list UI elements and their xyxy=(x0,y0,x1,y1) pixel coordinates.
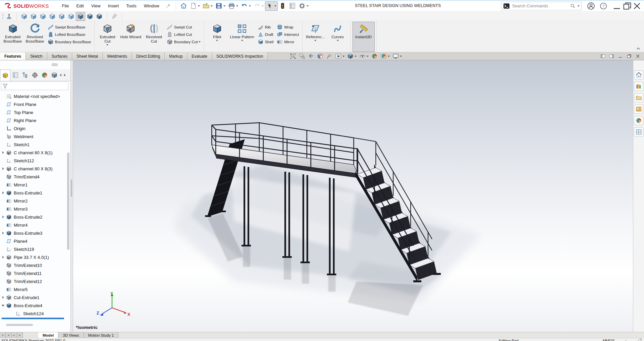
dropdown-caret-icon[interactable] xyxy=(337,40,339,41)
model-3d-view[interactable] xyxy=(73,60,633,332)
dropdown-caret-icon[interactable] xyxy=(236,5,238,7)
dropdown-caret-icon[interactable] xyxy=(400,56,402,57)
tree-item[interactable]: Sketch112 xyxy=(0,157,66,165)
panel-tab-featuremanager[interactable] xyxy=(0,69,10,81)
taskpane-design-library-button[interactable] xyxy=(634,82,643,91)
tree-item[interactable]: Trim/Extend4 xyxy=(0,173,66,181)
view-back-button[interactable] xyxy=(29,12,38,21)
dropdown-caret-icon[interactable] xyxy=(342,56,344,57)
tab-model[interactable]: Model xyxy=(38,332,58,338)
boundary-boss-base-button[interactable]: Boundary Boss/Base xyxy=(46,38,93,46)
tree-item[interactable]: Boss-Extrude2 xyxy=(0,213,66,221)
swept-cut-button[interactable]: Swept Cut xyxy=(165,23,202,31)
tree-item[interactable]: Weldment xyxy=(0,132,66,140)
tab-direct-editing[interactable]: Direct Editing xyxy=(132,52,165,60)
menu-insert[interactable]: Insert xyxy=(104,0,123,11)
expand-icon[interactable] xyxy=(0,232,6,234)
graphics-area[interactable]: *Isometric Y X Z xyxy=(73,60,633,332)
rollback-bar[interactable] xyxy=(2,318,64,319)
tree-item[interactable]: Pipe 33.7 X 4.0(1) xyxy=(0,253,66,261)
tree-item[interactable]: Origin xyxy=(0,124,66,132)
tree-item[interactable]: Trim/Extend12 xyxy=(0,277,66,285)
tree-item[interactable]: Top Plane xyxy=(0,108,66,116)
menu-window[interactable]: Window xyxy=(140,0,163,11)
nav-last-button[interactable]: ▸ xyxy=(17,332,23,338)
dropdown-caret-icon[interactable] xyxy=(249,5,251,7)
search-icon[interactable] xyxy=(570,3,576,9)
select-button[interactable] xyxy=(265,1,278,11)
pin-icon[interactable] xyxy=(165,3,171,9)
tree-item[interactable]: Trim/Extend10 xyxy=(0,261,66,269)
tab-weldments[interactable]: Weldments xyxy=(103,52,132,60)
curves-button[interactable]: Curves xyxy=(327,22,349,52)
dropdown-caret-icon[interactable] xyxy=(307,5,309,7)
scroll-right-icon[interactable] xyxy=(64,74,66,76)
menu-tools[interactable]: Tools xyxy=(122,0,140,11)
tree-item[interactable]: Sketch119 xyxy=(0,245,66,253)
print-button[interactable] xyxy=(227,1,239,11)
taskpane-appearances-scenes-button[interactable] xyxy=(634,116,643,125)
dropdown-caret-icon[interactable] xyxy=(388,56,390,57)
pane-left-button[interactable] xyxy=(598,53,607,60)
tree-item[interactable]: Mirror2 xyxy=(0,197,66,205)
dropdown-caret-icon[interactable] xyxy=(198,5,200,7)
hide-show-items-button[interactable] xyxy=(358,52,370,60)
draft-button[interactable]: Draft xyxy=(256,31,275,38)
nav-first-button[interactable]: ◂ xyxy=(0,332,6,338)
tree-item[interactable]: Mirror4 xyxy=(0,221,66,229)
normal-to-button[interactable] xyxy=(4,12,14,21)
apply-scene-button[interactable] xyxy=(379,52,391,60)
taskpane-view-palette-button[interactable] xyxy=(634,105,643,114)
display-report-button[interactable] xyxy=(287,1,297,11)
dropdown-caret-icon[interactable] xyxy=(216,40,218,41)
account-icon[interactable] xyxy=(587,2,595,10)
win-close-button[interactable] xyxy=(633,53,642,60)
section-view-button[interactable] xyxy=(316,52,325,60)
redo-button[interactable] xyxy=(252,1,265,11)
dropdown-caret-icon[interactable] xyxy=(262,5,264,7)
tree-horizontal-scrollbar[interactable] xyxy=(6,324,33,326)
orientation-triad[interactable]: Y X Z xyxy=(97,291,131,323)
options-button[interactable] xyxy=(297,1,310,11)
view-dimetric-button[interactable] xyxy=(95,12,104,21)
tree-item[interactable]: C channel 80 X 8(1) xyxy=(0,149,66,157)
referenc--button[interactable]: Referenc... xyxy=(304,22,326,52)
tree-item[interactable]: Mirror5 xyxy=(0,285,66,293)
tab-solidworks-inspection[interactable]: SOLIDWORKS Inspection xyxy=(212,52,268,60)
scroll-left-icon[interactable] xyxy=(60,74,61,76)
panel-tab-configurationmanager[interactable] xyxy=(20,70,30,80)
view-bottom-button[interactable] xyxy=(66,12,76,21)
expand-icon[interactable] xyxy=(0,296,6,299)
menu-edit[interactable]: Edit xyxy=(72,0,87,11)
win-min-button[interactable] xyxy=(616,53,625,60)
panel-handle[interactable] xyxy=(52,63,58,66)
tree-item[interactable]: Sketch1 xyxy=(0,140,66,149)
revolved-cut-button[interactable]: RevolvedCut xyxy=(143,22,165,52)
taskpane-resources-button[interactable] xyxy=(634,70,643,79)
dropdown-caret-icon[interactable] xyxy=(211,5,213,7)
taskpane-file-explorer-button[interactable] xyxy=(634,93,643,102)
dropdown-caret-icon[interactable] xyxy=(199,41,201,43)
dropdown-caret-icon[interactable] xyxy=(314,40,316,41)
zoom-fit-button[interactable] xyxy=(288,52,298,60)
tree-filter[interactable] xyxy=(1,81,68,90)
panel-tab-addin-tab[interactable] xyxy=(49,70,59,80)
tree-item[interactable]: Material <not specified> xyxy=(0,92,66,100)
expand-icon[interactable] xyxy=(0,305,6,306)
restore-button[interactable] xyxy=(622,0,632,11)
tab-motion-study-1[interactable]: Motion Study 1 xyxy=(84,332,119,338)
tab-3d-views[interactable]: 3D Views xyxy=(58,332,84,338)
view-settings-button[interactable] xyxy=(391,52,403,60)
instant3d-button[interactable]: Instant3D xyxy=(353,22,375,52)
zoom-area-button[interactable] xyxy=(298,52,307,60)
tab-features[interactable]: Features xyxy=(0,52,26,60)
menu-file[interactable]: File xyxy=(58,0,73,11)
expand-icon[interactable] xyxy=(0,167,6,170)
revolved-boss-base-button[interactable]: RevolvedBoss/Base xyxy=(24,22,46,52)
minimize-button[interactable] xyxy=(612,0,622,11)
hole-wizard-button[interactable]: Hole Wizard xyxy=(118,22,143,52)
dropdown-caret-icon[interactable] xyxy=(223,5,225,7)
search-terminal-icon[interactable] xyxy=(503,3,510,9)
shell-button[interactable]: Shell xyxy=(256,38,275,46)
intersect-button[interactable]: Intersect xyxy=(275,31,301,38)
